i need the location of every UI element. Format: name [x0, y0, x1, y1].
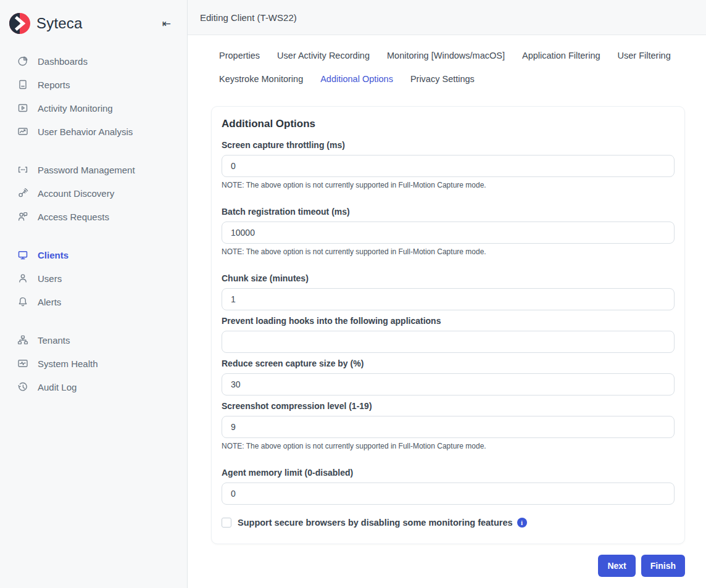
field-batch-registration-timeout: Batch registration timeout (ms) NOTE: Th…	[222, 207, 675, 256]
tab-keystroke-monitoring[interactable]: Keystroke Monitoring	[219, 74, 303, 84]
field-note: NOTE: The above option is not currently …	[222, 247, 675, 256]
sidebar-item-access-requests[interactable]: Access Requests	[0, 205, 187, 228]
field-prevent-loading-hooks: Prevent loading hooks into the following…	[222, 316, 675, 358]
tab-row-1: Properties User Activity Recording Monit…	[219, 44, 691, 67]
sidebar-item-label: Access Requests	[38, 212, 109, 222]
person-icon	[17, 273, 28, 284]
sidebar: Syteca ⇤ Dashboards Reports Activity M	[0, 0, 188, 588]
info-icon[interactable]: i	[517, 518, 527, 528]
play-square-icon	[17, 102, 28, 114]
field-note: NOTE: The above option is not currently …	[222, 181, 675, 189]
sidebar-item-system-health[interactable]: System Health	[0, 352, 187, 375]
sidebar-item-label: Tenants	[38, 335, 70, 346]
secure-browsers-checkbox-label: Support secure browsers by disabling som…	[238, 518, 513, 528]
field-label: Chunk size (minutes)	[222, 273, 675, 283]
field-label: Prevent loading hooks into the following…	[222, 316, 675, 326]
pie-chart-icon	[17, 56, 28, 67]
hierarchy-icon	[17, 334, 28, 346]
sidebar-item-alerts[interactable]: Alerts	[0, 290, 187, 313]
monitor-icon	[17, 249, 28, 260]
field-agent-memory-limit: Agent memory limit (0-disabled)	[222, 468, 675, 510]
sidebar-item-label: Users	[38, 273, 62, 284]
syteca-logo-icon	[9, 12, 31, 35]
sidebar-item-label: Account Discovery	[38, 188, 114, 199]
sidebar-item-dashboards[interactable]: Dashboards	[0, 49, 187, 73]
field-label: Screen capture throttling (ms)	[222, 140, 675, 150]
sidebar-item-label: Clients	[38, 250, 69, 260]
field-reduce-screen-capture-size: Reduce screen capture size by (%)	[222, 358, 675, 401]
sidebar-item-tenants[interactable]: Tenants	[0, 328, 187, 352]
tab-user-activity-recording[interactable]: User Activity Recording	[277, 51, 370, 60]
tab-additional-options[interactable]: Additional Options	[320, 74, 393, 84]
chunk-size-input[interactable]	[222, 288, 675, 310]
report-document-icon	[17, 79, 28, 90]
password-brackets-icon	[17, 164, 28, 175]
field-screen-capture-throttling: Screen capture throttling (ms) NOTE: The…	[222, 140, 675, 189]
additional-options-card: Additional Options Screen capture thrott…	[211, 106, 685, 544]
screen-capture-throttling-input[interactable]	[222, 155, 675, 177]
tab-application-filtering[interactable]: Application Filtering	[522, 51, 600, 60]
sidebar-item-account-discovery[interactable]: Account Discovery	[0, 181, 187, 205]
field-chunk-size: Chunk size (minutes)	[222, 273, 675, 316]
sidebar-item-users[interactable]: Users	[0, 267, 187, 290]
tab-user-filtering[interactable]: User Filtering	[618, 51, 671, 60]
page-title: Editing Client (T-WS22)	[200, 12, 297, 23]
sidebar-item-activity-monitoring[interactable]: Activity Monitoring	[0, 96, 187, 120]
sidebar-item-password-management[interactable]: Password Management	[0, 158, 187, 181]
monitor-pulse-icon	[17, 358, 28, 369]
sidebar-item-label: Activity Monitoring	[38, 103, 113, 114]
sidebar-item-label: User Behavior Analysis	[38, 126, 133, 137]
field-screenshot-compression-level: Screenshot compression level (1-19) NOTE…	[222, 401, 675, 450]
wizard-actions: Next Finish	[211, 555, 685, 577]
agent-memory-limit-input[interactable]	[222, 482, 675, 505]
sidebar-item-label: System Health	[38, 358, 98, 369]
next-button[interactable]: Next	[598, 555, 635, 577]
nav-group-pam: Password Management Account Discovery Ac…	[0, 158, 187, 228]
batch-registration-timeout-input[interactable]	[222, 222, 675, 244]
field-label: Reduce screen capture size by (%)	[222, 358, 675, 368]
line-chart-icon	[17, 126, 28, 137]
sidebar-item-label: Password Management	[38, 165, 135, 175]
card-title: Additional Options	[222, 118, 675, 130]
field-label: Screenshot compression level (1-19)	[222, 401, 675, 411]
person-question-icon	[17, 211, 28, 222]
page-header: Editing Client (T-WS22)	[188, 0, 706, 35]
sidebar-nav: Dashboards Reports Activity Monitoring U…	[0, 49, 187, 413]
key-discovery-icon	[17, 188, 28, 199]
collapse-sidebar-button[interactable]: ⇤	[160, 17, 173, 30]
prevent-loading-hooks-input[interactable]	[222, 331, 675, 353]
nav-group-system: Tenants System Health Audit Log	[0, 328, 187, 399]
secure-browsers-checkbox[interactable]	[222, 518, 231, 528]
sidebar-item-label: Dashboards	[38, 56, 88, 67]
content-area: Additional Options Screen capture thrott…	[188, 91, 706, 577]
history-clock-icon	[17, 381, 28, 392]
sidebar-item-reports[interactable]: Reports	[0, 73, 187, 96]
tab-monitoring-windows-macos[interactable]: Monitoring [Windows/macOS]	[387, 51, 505, 60]
finish-button[interactable]: Finish	[641, 555, 685, 577]
nav-group-entities: Clients Users Alerts	[0, 243, 187, 313]
secure-browsers-checkbox-row: Support secure browsers by disabling som…	[222, 518, 675, 528]
sidebar-item-label: Reports	[38, 80, 70, 90]
field-label: Agent memory limit (0-disabled)	[222, 468, 675, 478]
bell-icon	[17, 296, 28, 307]
sidebar-item-user-behavior-analysis[interactable]: User Behavior Analysis	[0, 120, 187, 143]
sidebar-item-clients[interactable]: Clients	[0, 243, 187, 267]
logo-row: Syteca ⇤	[0, 0, 187, 41]
nav-group-analytics: Dashboards Reports Activity Monitoring U…	[0, 49, 187, 143]
tab-properties[interactable]: Properties	[219, 51, 260, 60]
sidebar-item-label: Alerts	[38, 297, 61, 307]
screenshot-compression-level-input[interactable]	[222, 416, 675, 438]
tab-privacy-settings[interactable]: Privacy Settings	[410, 74, 475, 84]
field-note: NOTE: The above option is not currently …	[222, 442, 675, 450]
main-area: Editing Client (T-WS22) Properties User …	[188, 0, 706, 588]
sidebar-item-label: Audit Log	[38, 382, 77, 392]
reduce-screen-capture-size-input[interactable]	[222, 373, 675, 395]
logo-text: Syteca	[36, 15, 160, 32]
field-label: Batch registration timeout (ms)	[222, 207, 675, 217]
tab-row-2: Keystroke Monitoring Additional Options …	[219, 67, 691, 91]
sidebar-item-audit-log[interactable]: Audit Log	[0, 375, 187, 399]
tab-bar: Properties User Activity Recording Monit…	[188, 35, 706, 91]
